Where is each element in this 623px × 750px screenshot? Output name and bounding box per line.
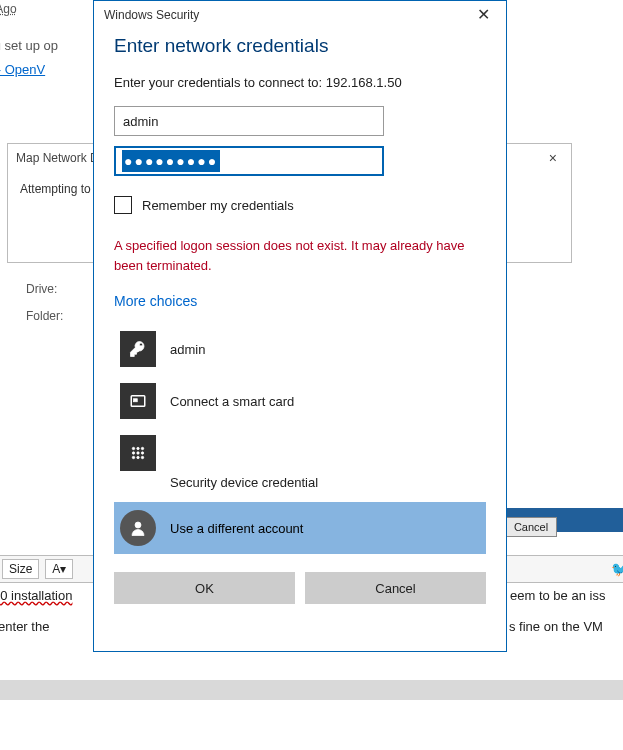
choice-different-account[interactable]: Use a different account bbox=[114, 502, 486, 554]
smartcard-icon bbox=[120, 383, 156, 419]
svg-point-7 bbox=[141, 452, 143, 454]
bg-cancel-button[interactable]: Cancel bbox=[505, 517, 557, 537]
svg-point-9 bbox=[137, 456, 139, 458]
dialog-titlebar: Windows Security ✕ bbox=[94, 1, 506, 29]
remember-label: Remember my credentials bbox=[142, 198, 294, 213]
svg-point-5 bbox=[132, 452, 134, 454]
close-icon[interactable]: × bbox=[543, 148, 563, 168]
svg-point-2 bbox=[132, 447, 134, 449]
choice-smartcard-label: Connect a smart card bbox=[170, 394, 294, 409]
choice-different-label: Use a different account bbox=[170, 521, 303, 536]
bg-text-line-2-left: nd enter the bbox=[0, 619, 49, 634]
bg-text-line-1-left: T10 installation bbox=[0, 588, 72, 603]
svg-point-6 bbox=[137, 452, 139, 454]
remember-credentials-row[interactable]: Remember my credentials bbox=[114, 196, 486, 214]
password-mask: ●●●●●●●●● bbox=[122, 150, 220, 172]
bg-openvpn-link[interactable]: ows - OpenV bbox=[0, 62, 45, 77]
font-picker-dropdown[interactable]: A▾ bbox=[45, 559, 73, 579]
choice-smartcard[interactable]: Connect a smart card bbox=[114, 375, 486, 427]
key-icon bbox=[120, 331, 156, 367]
svg-point-11 bbox=[135, 522, 141, 528]
windows-security-dialog: Windows Security ✕ Enter network credent… bbox=[93, 0, 507, 652]
font-size-dropdown[interactable]: Size bbox=[2, 559, 39, 579]
twitter-icon[interactable]: 🐦 bbox=[611, 561, 623, 577]
connect-to-text: Enter your credentials to connect to: 19… bbox=[114, 75, 486, 90]
ok-button[interactable]: OK bbox=[114, 572, 295, 604]
svg-point-8 bbox=[132, 456, 134, 458]
error-message: A specified logon session does not exist… bbox=[114, 236, 474, 275]
svg-point-4 bbox=[141, 447, 143, 449]
remember-checkbox[interactable] bbox=[114, 196, 132, 214]
redacted-overlay bbox=[166, 429, 446, 469]
bg-text-line-1-right: eem to be an iss bbox=[510, 588, 605, 603]
choice-admin[interactable]: admin bbox=[114, 323, 486, 375]
more-choices-link[interactable]: More choices bbox=[114, 293, 486, 309]
timestamp-fragment: utes Ago bbox=[0, 2, 17, 16]
bg-text-line-2-right: s fine on the VM bbox=[509, 619, 603, 634]
map-network-title: Map Network D bbox=[16, 151, 99, 165]
keypad-icon bbox=[120, 435, 156, 471]
svg-rect-1 bbox=[134, 399, 138, 402]
folder-label: Folder: bbox=[26, 309, 63, 323]
dialog-title: Windows Security bbox=[104, 8, 199, 22]
cancel-button[interactable]: Cancel bbox=[305, 572, 486, 604]
username-value: admin bbox=[123, 114, 158, 129]
svg-point-10 bbox=[141, 456, 143, 458]
svg-point-3 bbox=[137, 447, 139, 449]
password-input[interactable]: ●●●●●●●●● bbox=[114, 146, 384, 176]
bg-gray-strip bbox=[0, 680, 623, 700]
choice-admin-label: admin bbox=[170, 342, 205, 357]
close-icon[interactable]: ✕ bbox=[471, 5, 496, 25]
username-input[interactable]: admin bbox=[114, 106, 384, 136]
choice-pin[interactable] bbox=[114, 427, 486, 479]
drive-label: Drive: bbox=[26, 282, 57, 296]
bg-setup-text: you set up op bbox=[0, 38, 58, 53]
dialog-heading: Enter network credentials bbox=[114, 35, 486, 57]
person-icon bbox=[120, 510, 156, 546]
